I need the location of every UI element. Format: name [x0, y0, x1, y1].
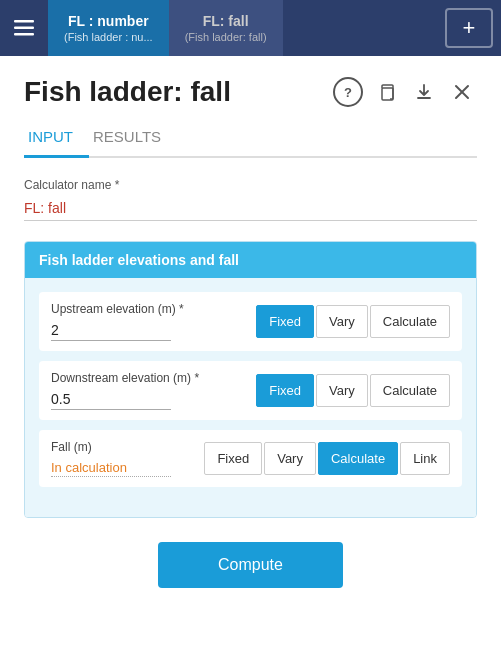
- add-tab-button[interactable]: +: [445, 8, 493, 48]
- download-icon-button[interactable]: [409, 77, 439, 107]
- tab-fl-fall-sub: (Fish ladder: fall): [185, 30, 267, 44]
- fall-row: Fall (m) In calculation Fixed Vary Calcu…: [39, 430, 462, 487]
- downstream-vary-button[interactable]: Vary: [316, 374, 368, 407]
- page-title: Fish ladder: fall: [24, 76, 231, 108]
- downstream-calculate-button[interactable]: Calculate: [370, 374, 450, 407]
- svg-rect-2: [14, 33, 34, 36]
- fall-vary-button[interactable]: Vary: [264, 442, 316, 475]
- fall-label: Fall (m): [51, 440, 194, 454]
- tab-fl-number-title: FL : number: [68, 12, 149, 30]
- tabs-row: INPUT RESULTS: [24, 120, 477, 158]
- fall-link-button[interactable]: Link: [400, 442, 450, 475]
- downstream-elevation-label: Downstream elevation (m) *: [51, 371, 246, 385]
- compute-button[interactable]: Compute: [158, 542, 343, 588]
- calc-name-field: Calculator name *: [24, 178, 477, 221]
- fish-ladder-elevations-section: Fish ladder elevations and fall Upstream…: [24, 241, 477, 518]
- upstream-elevation-row: Upstream elevation (m) * Fixed Vary Calc…: [39, 292, 462, 351]
- section-header: Fish ladder elevations and fall: [25, 242, 476, 278]
- svg-rect-0: [14, 20, 34, 23]
- tab-fl-fall[interactable]: FL: fall (Fish ladder: fall): [169, 0, 283, 56]
- downstream-fixed-button[interactable]: Fixed: [256, 374, 314, 407]
- section-body: Upstream elevation (m) * Fixed Vary Calc…: [25, 278, 476, 517]
- copy-icon-button[interactable]: [371, 77, 401, 107]
- downstream-elevation-input[interactable]: [51, 389, 171, 410]
- top-bar: FL : number (Fish ladder : nu... FL: fal…: [0, 0, 501, 56]
- header-icons: ?: [333, 77, 477, 107]
- compute-area: Compute: [24, 542, 477, 588]
- fall-btn-group: Fixed Vary Calculate Link: [204, 442, 450, 475]
- downstream-elevation-row: Downstream elevation (m) * Fixed Vary Ca…: [39, 361, 462, 420]
- calc-name-input[interactable]: [24, 196, 477, 221]
- fall-placeholder-text: In calculation: [51, 460, 127, 475]
- tab-fl-fall-title: FL: fall: [203, 12, 249, 30]
- upstream-elevation-input[interactable]: [51, 320, 171, 341]
- header-row: Fish ladder: fall ?: [24, 76, 477, 108]
- main-content: Fish ladder: fall ?: [0, 56, 501, 660]
- fall-field: Fall (m) In calculation: [51, 440, 194, 477]
- downstream-elevation-field: Downstream elevation (m) *: [51, 371, 246, 410]
- close-icon-button[interactable]: [447, 77, 477, 107]
- svg-rect-1: [14, 27, 34, 30]
- downstream-btn-group: Fixed Vary Calculate: [256, 374, 450, 407]
- tab-fl-number[interactable]: FL : number (Fish ladder : nu...: [48, 0, 169, 56]
- upstream-elevation-field: Upstream elevation (m) *: [51, 302, 246, 341]
- tab-input[interactable]: INPUT: [24, 120, 89, 158]
- upstream-btn-group: Fixed Vary Calculate: [256, 305, 450, 338]
- svg-rect-3: [382, 88, 393, 100]
- fall-calculate-button[interactable]: Calculate: [318, 442, 398, 475]
- fall-dotted-border: In calculation: [51, 458, 171, 477]
- hamburger-button[interactable]: [0, 0, 48, 56]
- help-icon-button[interactable]: ?: [333, 77, 363, 107]
- upstream-calculate-button[interactable]: Calculate: [370, 305, 450, 338]
- upstream-fixed-button[interactable]: Fixed: [256, 305, 314, 338]
- fall-fixed-button[interactable]: Fixed: [204, 442, 262, 475]
- tab-fl-number-sub: (Fish ladder : nu...: [64, 30, 153, 44]
- calc-name-label: Calculator name *: [24, 178, 477, 192]
- tab-results[interactable]: RESULTS: [89, 120, 177, 158]
- upstream-elevation-label: Upstream elevation (m) *: [51, 302, 246, 316]
- upstream-vary-button[interactable]: Vary: [316, 305, 368, 338]
